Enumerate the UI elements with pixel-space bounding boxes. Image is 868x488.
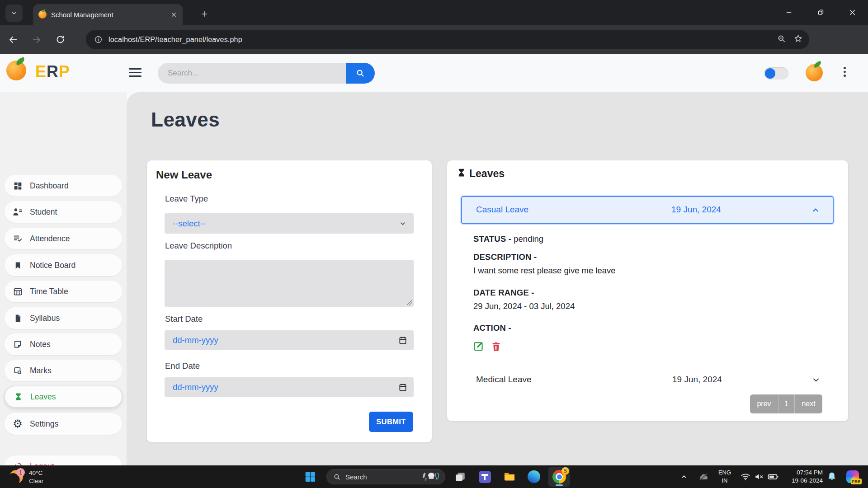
gear-icon: ⚙ <box>13 419 23 429</box>
search-input[interactable] <box>158 63 346 84</box>
window-close-button[interactable] <box>839 0 865 25</box>
theme-toggle[interactable] <box>764 67 788 80</box>
wifi-indicator[interactable] <box>738 465 753 488</box>
logo-letter: E <box>35 62 47 81</box>
search-highlight-cooking-icon <box>422 472 440 482</box>
window-restore-button[interactable] <box>807 0 834 25</box>
description-value: I want some rest please give me leave <box>473 266 616 276</box>
sidebar-item-attendence[interactable]: Attendence <box>5 228 122 249</box>
taskbar-search[interactable]: Search <box>326 469 445 484</box>
tab-close-icon[interactable] <box>170 11 177 18</box>
bell-icon <box>826 471 837 482</box>
tray-expand-button[interactable] <box>675 465 693 488</box>
submit-button[interactable]: SUBMIT <box>369 412 413 432</box>
url-text[interactable]: localhost/ERP/teacher_panel/leaves.php <box>108 36 777 44</box>
task-view-icon <box>454 471 466 483</box>
sidebar-item-label: Marks <box>30 366 52 375</box>
teams-icon <box>479 471 491 483</box>
windows-icon <box>304 471 316 483</box>
sidebar-item-leaves[interactable]: Leaves <box>5 386 122 408</box>
sidebar-item-notice-board[interactable]: Notice Board <box>5 254 122 276</box>
window-minimize-button[interactable] <box>776 0 802 25</box>
leave-description-label: Leave Description <box>165 241 232 251</box>
volume-muted-indicator[interactable] <box>751 465 767 488</box>
chevron-up-icon[interactable] <box>811 206 820 216</box>
close-icon <box>849 9 856 16</box>
leave-entry-medical[interactable]: Medical Leave 19 Jun, 2024 <box>463 369 831 392</box>
browser-tab[interactable]: School Management <box>33 4 183 25</box>
sidebar-item-label: Time Table <box>30 287 68 296</box>
chrome-button[interactable]: S <box>548 467 570 487</box>
site-search <box>158 63 375 84</box>
new-leave-card: New Leave Leave Type --select-- Leave De… <box>147 160 432 442</box>
status-value: pending <box>514 234 543 244</box>
profile-orange-icon[interactable] <box>806 64 823 81</box>
onedrive-button[interactable] <box>694 465 712 488</box>
language-indicator[interactable]: ENG IN <box>716 469 734 485</box>
leave-date-text: 19 Jun, 2024 <box>672 375 722 385</box>
chevron-down-icon[interactable] <box>811 375 821 386</box>
folder-icon <box>503 470 516 483</box>
file-explorer-button[interactable] <box>499 465 520 488</box>
calendar-icon[interactable] <box>398 383 407 392</box>
toggle-knob <box>765 68 775 79</box>
battery-indicator[interactable] <box>765 465 781 488</box>
logo-letter: R <box>47 62 59 81</box>
calendar-icon[interactable] <box>398 336 407 345</box>
tab-search-button[interactable] <box>5 5 23 22</box>
task-view-button[interactable] <box>451 465 469 488</box>
dashboard-icon <box>13 181 23 191</box>
copilot-button[interactable]: PRE <box>843 465 863 488</box>
sidebar-item-settings[interactable]: ⚙ Settings <box>5 413 122 435</box>
reload-button[interactable] <box>50 29 71 50</box>
resize-grip[interactable] <box>407 300 412 305</box>
address-bar[interactable]: localhost/ERP/teacher_panel/leaves.php <box>86 30 809 49</box>
page-info-icon[interactable] <box>90 32 106 47</box>
note-icon <box>13 339 23 349</box>
student-icon <box>13 207 23 217</box>
header-menu-icon[interactable] <box>844 67 846 77</box>
sidebar-item-notes[interactable]: Notes <box>5 333 122 355</box>
pagination: prev 1 next <box>750 394 822 413</box>
back-button[interactable] <box>3 29 24 50</box>
sidebar-item-student[interactable]: Student <box>5 201 122 223</box>
forward-button[interactable] <box>26 29 47 50</box>
browser-tabstrip: School Management <box>0 0 868 25</box>
start-date-input[interactable]: dd-mm-yyyy <box>165 330 414 350</box>
leave-description-textarea[interactable] <box>165 260 414 307</box>
sidebar-item-marks[interactable]: Marks <box>5 360 122 381</box>
edit-icon[interactable] <box>473 340 485 354</box>
teams-button[interactable] <box>475 465 495 488</box>
clock-widget[interactable]: 07:54 PM 19-06-2024 <box>787 469 823 485</box>
date-range-label: DATE RANGE - <box>473 288 534 298</box>
leave-type-select[interactable]: --select-- <box>165 213 414 234</box>
sidebar-item-dashboard[interactable]: Dashboard <box>5 175 122 197</box>
pagination-next-button[interactable]: next <box>794 394 822 413</box>
end-date-input[interactable]: dd-mm-yyyy <box>165 377 414 397</box>
delete-icon[interactable] <box>491 341 501 353</box>
notification-bell-button[interactable] <box>824 465 840 488</box>
chevron-down-icon <box>399 220 406 227</box>
hamburger-menu-icon[interactable] <box>129 68 142 77</box>
start-button[interactable] <box>300 465 320 488</box>
search-icon <box>333 473 341 481</box>
sidebar-item-time-table[interactable]: Time Table <box>5 281 122 302</box>
zoom-out-icon[interactable] <box>777 34 786 45</box>
weather-text[interactable]: 40°C Clear <box>29 469 43 485</box>
status-line: STATUS - pending <box>473 234 543 244</box>
search-button[interactable] <box>346 63 375 84</box>
site-logo[interactable]: ERP <box>35 62 70 81</box>
start-date-label: Start Date <box>165 314 203 324</box>
edge-button[interactable] <box>524 465 544 488</box>
minimize-icon <box>785 9 793 16</box>
leave-entry-casual[interactable]: Casual Leave 19 Jun, 2024 <box>461 196 834 224</box>
sidebar-item-label: Notes <box>30 340 51 349</box>
back-arrow-icon <box>8 35 18 45</box>
sidebar-item-syllabus[interactable]: Syllabus <box>5 307 122 329</box>
taskbar: 1 40°C Clear Search S <box>0 465 868 488</box>
pagination-prev-button[interactable]: prev <box>750 394 778 413</box>
pagination-page-button[interactable]: 1 <box>778 394 794 413</box>
bookmark-star-icon[interactable] <box>793 34 803 45</box>
sidebar-item-label: Student <box>30 207 57 217</box>
new-tab-button[interactable] <box>197 6 212 22</box>
